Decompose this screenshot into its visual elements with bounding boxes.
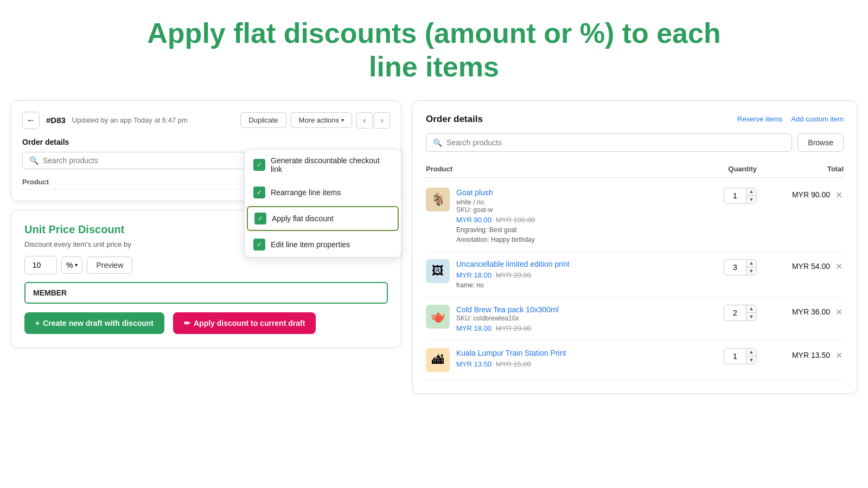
discount-type-select[interactable]: % ▾ [61,256,82,274]
product-name-link[interactable]: Kuala Lumpur Train Station Print [456,349,566,357]
search-icon: 🔍 [29,156,39,165]
draft-header: ← #D83 Updated by an app Today at 6:47 p… [22,112,390,129]
product-name-link[interactable]: Goat plush [456,188,493,197]
dropdown-item-rearrange[interactable]: ✓ Rearrange line items [245,180,401,205]
page-header: Apply flat discounts (amount or %) to ea… [0,0,868,95]
qty-down-button[interactable]: ▼ [746,267,756,275]
qty-cell: ▲ ▼ [670,188,757,204]
price-original: MYR 20.00 [496,324,531,332]
generate-icon: ✓ [253,159,265,171]
discount-controls: % ▾ Preview [24,256,388,274]
apply-discount-button[interactable]: ✏ Apply discount to current draft [173,312,316,334]
prev-button[interactable]: ‹ [356,112,373,129]
remove-button[interactable]: ✕ [834,307,844,317]
total-price: MYR 36.00 [792,307,830,316]
quantity-input[interactable] [724,350,746,363]
next-button[interactable]: › [374,112,390,129]
qty-up-button[interactable]: ▲ [746,349,756,356]
chevron-down-icon: ▾ [341,117,344,123]
create-draft-button[interactable]: + Create new draft with discount [24,312,164,334]
product-info: 🫖 Cold Brew Tea pack 10x300ml SKU: coldb… [426,305,670,332]
edit-line-icon: ✓ [253,239,265,251]
product-annotation: frame: no [456,281,670,289]
qty-input-wrapper: ▲ ▼ [724,348,757,364]
product-sku: SKU: goat-w [456,206,670,214]
product-price-row: MYR 18.00 MYR 20.00 [456,324,670,332]
nav-buttons: ‹ › [356,112,390,129]
dropdown-item-edit-line[interactable]: ✓ Edit line item properties [245,232,401,257]
dropdown-item-generate[interactable]: ✓ Generate discountable checkout link [245,150,401,180]
product-info: 🐐 Goat plush white / no SKU: goat-w MYR … [426,188,670,243]
qty-up-button[interactable]: ▲ [746,188,756,196]
product-variant: white / no [456,198,670,206]
right-search-input[interactable] [446,138,785,147]
discount-value-input[interactable] [24,256,57,274]
qty-cell: ▲ ▼ [670,259,757,275]
qty-down-button[interactable]: ▼ [746,356,756,364]
quantity-input[interactable] [724,306,746,319]
qty-cell: ▲ ▼ [670,305,757,321]
apply-flat-icon: ✓ [254,213,266,224]
preview-button[interactable]: Preview [87,256,132,274]
qty-down-button[interactable]: ▼ [746,196,756,203]
product-thumbnail: 🐐 [426,188,450,211]
product-table-body: 🐐 Goat plush white / no SKU: goat-w MYR … [426,180,844,380]
remove-button[interactable]: ✕ [834,350,844,361]
price-current: MYR 18.00 [456,324,492,332]
product-name-link[interactable]: Uncancellable limited edition print [456,260,570,268]
add-custom-item-link[interactable]: Add custom item [791,115,844,123]
duplicate-button[interactable]: Duplicate [240,112,286,128]
total-price: MYR 54.00 [792,262,830,271]
qty-input-wrapper: ▲ ▼ [724,259,757,275]
product-info: 🖼 Uncancellable limited edition print MY… [426,259,670,289]
product-name-link[interactable]: Cold Brew Tea pack 10x300ml [456,305,559,314]
table-row: 🖼 Uncancellable limited edition print MY… [426,252,844,297]
quantity-input[interactable] [724,189,746,202]
order-details-label: Order details [22,138,390,146]
total-cell: MYR 90.00 ✕ [757,188,844,200]
reserve-items-link[interactable]: Reserve items [737,115,782,123]
product-details: Cold Brew Tea pack 10x300ml SKU: coldbre… [456,305,670,332]
rearrange-icon: ✓ [253,187,265,198]
qty-up-button[interactable]: ▲ [746,305,756,313]
product-sku: SKU: coldbrewtea10x [456,314,670,322]
product-price-row: MYR 90.00 MYR 100.00 [456,216,670,224]
back-button[interactable]: ← [22,112,40,129]
quantity-input[interactable] [724,261,746,274]
product-annotation: Annotation: Happy birthday [456,236,670,243]
product-table-header: Product Quantity Total [426,160,844,178]
price-original: MYR 15.00 [496,360,531,368]
qty-down-button[interactable]: ▼ [746,313,756,320]
product-thumbnail: 🖼 [426,259,450,283]
browse-button[interactable]: Browse [797,133,844,152]
table-row: 🐐 Goat plush white / no SKU: goat-w MYR … [426,180,844,252]
right-panel: Order details Reserve items Add custom i… [412,100,857,394]
remove-button[interactable]: ✕ [834,190,844,200]
price-current: MYR 18.00 [456,271,492,279]
qty-input-wrapper: ▲ ▼ [724,305,757,321]
discount-tag-input[interactable] [24,282,388,304]
left-panel: ← #D83 Updated by an app Today at 6:47 p… [11,100,401,394]
product-annotation: Engraving: Best goat [456,226,670,234]
main-content: ← #D83 Updated by an app Today at 6:47 p… [0,100,868,394]
dropdown-item-apply-flat[interactable]: ✓ Apply flat discount [247,206,399,231]
more-actions-button[interactable]: More actions ▾ [291,112,352,128]
page-title: Apply flat discounts (amount or %) to ea… [11,16,857,84]
header-product: Product [426,165,670,173]
qty-up-button[interactable]: ▲ [746,260,756,267]
pencil-icon: ✏ [184,319,190,328]
right-order-title: Order details [426,114,483,125]
product-details: Kuala Lumpur Train Station Print MYR 13.… [456,348,670,368]
draft-meta: Updated by an app Today at 6:47 pm [72,116,234,124]
qty-arrows: ▲ ▼ [746,260,756,275]
product-details: Goat plush white / no SKU: goat-w MYR 90… [456,188,670,243]
product-info: 🏙 Kuala Lumpur Train Station Print MYR 1… [426,348,670,372]
plus-icon: + [35,319,40,328]
total-cell: MYR 54.00 ✕ [757,259,844,272]
remove-button[interactable]: ✕ [834,261,844,272]
draft-actions: Duplicate More actions ▾ ‹ › [240,112,390,129]
price-original: MYR 20.00 [496,271,531,279]
total-price: MYR 90.00 [792,190,830,199]
product-price-row: MYR 13.50 MYR 15.00 [456,360,670,368]
product-price-row: MYR 18.00 MYR 20.00 [456,271,670,279]
